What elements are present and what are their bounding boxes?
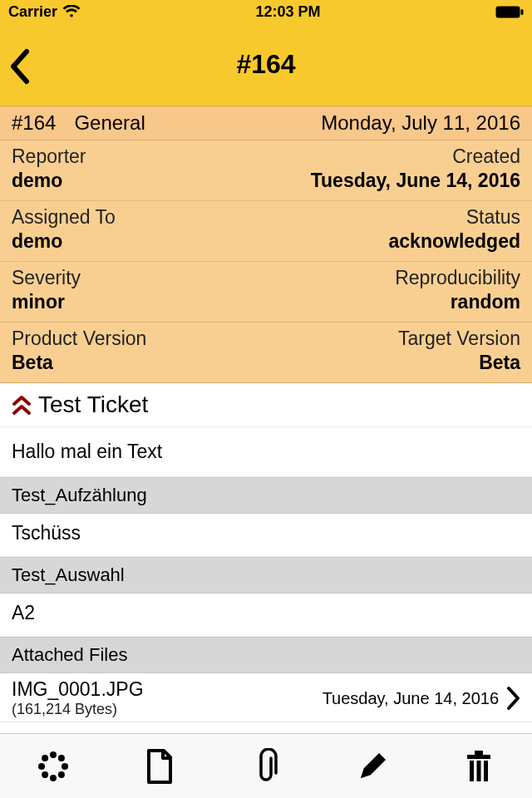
- svg-rect-15: [477, 761, 481, 781]
- attach-button[interactable]: [246, 746, 286, 786]
- clock: 12:03 PM: [256, 3, 321, 21]
- nav-bar: #164: [0, 23, 532, 106]
- svg-point-7: [42, 755, 48, 761]
- reporter-label: Reporter: [12, 145, 86, 168]
- ticket-header-date: Monday, July 11, 2016: [321, 111, 520, 135]
- target-version-value: Beta: [479, 352, 520, 374]
- priority-icon: [12, 393, 32, 416]
- ticket-title: Test Ticket: [38, 392, 148, 418]
- product-version-label: Product Version: [12, 328, 146, 350]
- ticket-category: General: [74, 111, 145, 135]
- pencil-icon: [356, 750, 389, 783]
- ticket-id: #164: [12, 111, 56, 135]
- svg-point-4: [50, 775, 57, 781]
- svg-point-11: [47, 761, 59, 772]
- svg-point-5: [38, 763, 45, 770]
- delete-button[interactable]: [459, 746, 499, 786]
- status-bar: Carrier 12:03 PM: [0, 0, 532, 23]
- settings-button[interactable]: [33, 746, 73, 786]
- attachments-header: Attached Files: [0, 637, 532, 673]
- gear-icon: [37, 751, 69, 782]
- toolbar: [0, 733, 532, 798]
- target-version-label: Target Version: [398, 328, 520, 350]
- reproducibility-value: random: [451, 291, 520, 313]
- status-label-text: Status: [466, 206, 520, 229]
- custom-field-value: Tschüss: [0, 514, 532, 557]
- ticket-description: Hallo mal ein Text: [0, 427, 532, 477]
- carrier-label: Carrier: [8, 3, 57, 21]
- svg-rect-16: [484, 761, 488, 781]
- custom-field-value: A2: [0, 594, 532, 637]
- attachment-date: Tuesday, June 14, 2016: [323, 689, 499, 708]
- reporter-value: demo: [12, 170, 86, 192]
- severity-value: minor: [12, 291, 81, 313]
- assigned-label: Assigned To: [12, 206, 116, 229]
- reproducibility-label: Reproducibility: [395, 267, 520, 289]
- ticket-header: #164 General Monday, July 11, 2016: [0, 106, 532, 140]
- svg-point-8: [58, 755, 65, 761]
- svg-point-3: [50, 751, 57, 758]
- wifi-icon: [62, 5, 81, 18]
- svg-point-9: [42, 771, 48, 777]
- page-title: #164: [0, 49, 532, 80]
- chevron-right-icon: [505, 686, 520, 711]
- attachment-row[interactable]: IMG_0001.JPG (161,214 Bytes) Tuesday, Ju…: [0, 673, 532, 722]
- new-file-button[interactable]: [140, 746, 180, 786]
- svg-rect-1: [521, 9, 524, 15]
- ticket-title-row: Test Ticket: [0, 383, 532, 427]
- severity-label: Severity: [12, 267, 81, 289]
- custom-field-header: Test_Auswahl: [0, 557, 532, 594]
- edit-button[interactable]: [352, 746, 392, 786]
- file-icon: [145, 749, 174, 784]
- battery-icon: [495, 6, 524, 18]
- back-button[interactable]: [8, 48, 32, 85]
- custom-field-header: Test_Aufzählung: [0, 477, 532, 514]
- svg-point-10: [58, 771, 65, 777]
- trash-icon: [465, 750, 493, 783]
- svg-point-6: [62, 763, 68, 770]
- created-value: Tuesday, June 14, 2016: [311, 170, 520, 192]
- svg-rect-0: [496, 6, 520, 17]
- svg-rect-13: [475, 751, 483, 755]
- ticket-meta: Reporterdemo CreatedTuesday, June 14, 20…: [0, 140, 532, 383]
- paperclip-icon: [254, 748, 278, 785]
- svg-rect-14: [470, 761, 474, 781]
- created-label: Created: [452, 145, 520, 168]
- product-version-value: Beta: [12, 352, 146, 374]
- status-value: acknowledged: [389, 230, 520, 253]
- attachment-size: (161,214 Bytes): [12, 701, 144, 718]
- svg-rect-12: [467, 755, 490, 759]
- attachment-name: IMG_0001.JPG: [12, 678, 144, 701]
- assigned-value: demo: [12, 230, 116, 253]
